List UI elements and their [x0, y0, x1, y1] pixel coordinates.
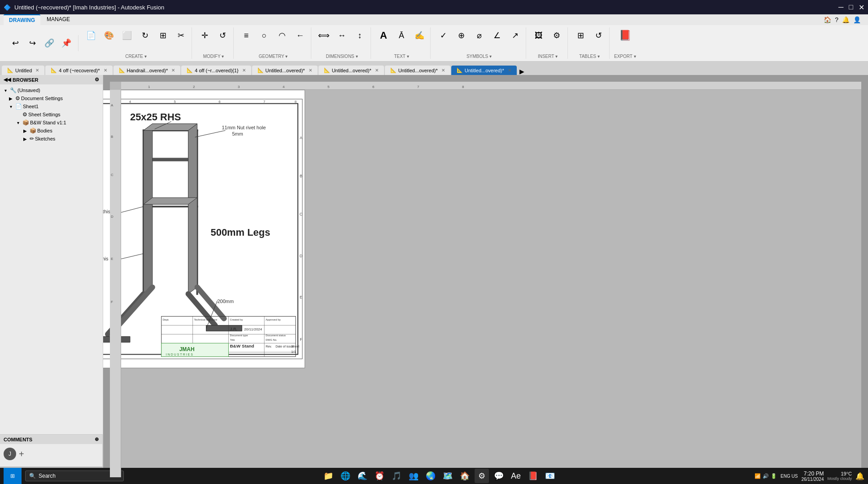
close-button[interactable]: ✕ — [859, 3, 864, 12]
doc-tab-close-6[interactable]: ✕ — [441, 68, 445, 73]
pinned-app-adobe[interactable]: Ae — [509, 469, 523, 483]
doc-tab-close-7[interactable]: ✕ — [508, 68, 511, 73]
pinned-app-chrome[interactable]: 🌏 — [423, 469, 438, 483]
sym-button4[interactable]: ∠ — [489, 27, 505, 44]
pinned-app-maps[interactable]: 🗺️ — [441, 469, 455, 483]
doc-tab-7[interactable]: 📐 Untitled...overed)* ✕ — [451, 66, 517, 75]
tree-expand-unsaved[interactable]: ▾ — [2, 88, 9, 93]
sym-button2[interactable]: ⊕ — [453, 27, 469, 44]
doc-tab-close-1[interactable]: ✕ — [104, 68, 107, 73]
pinned-app-spotify[interactable]: 🎵 — [389, 469, 404, 483]
doc-tab-0[interactable]: 📐 Untitled ✕ — [2, 66, 44, 75]
tab-scroll-right[interactable]: ▶ — [519, 68, 524, 75]
sym-button1[interactable]: ✓ — [435, 27, 451, 44]
language-indicator[interactable]: ENG US — [781, 474, 798, 479]
dim-button3[interactable]: ↕ — [352, 27, 368, 44]
notification-bell-icon[interactable]: 🔔 — [855, 472, 864, 480]
redo-button[interactable]: ↪ — [24, 35, 40, 51]
text-button2[interactable]: Ā — [393, 27, 410, 44]
modify-move-button[interactable]: ✛ — [196, 27, 213, 44]
geom-circle-button[interactable]: ○ — [256, 27, 272, 44]
dim-button1[interactable]: ⟺ — [316, 27, 332, 44]
pinned-app-house[interactable]: 🏠 — [458, 469, 472, 483]
search-bar[interactable]: 🔍 Search — [25, 471, 124, 481]
export-pdf-button[interactable]: 📕 — [617, 27, 633, 44]
tree-expand-sketches[interactable]: ▶ — [22, 136, 29, 141]
create-block-button[interactable]: ⬜ — [119, 27, 135, 44]
tree-item-sketches[interactable]: ▶ ✏ Sketches — [0, 135, 103, 143]
doc-tab-close-4[interactable]: ✕ — [309, 68, 312, 73]
pinned-app-fusion[interactable]: ⚙ — [475, 469, 489, 483]
sym-button3[interactable]: ⌀ — [471, 27, 487, 44]
help-icon[interactable]: ? — [835, 16, 838, 23]
pinned-app-teams2[interactable]: 💬 — [492, 469, 506, 483]
clock-widget[interactable]: 7:20 PM 26/11/2024 — [801, 471, 824, 482]
pinned-app-edge[interactable]: 🌐 — [338, 469, 353, 483]
user-icon[interactable]: 👤 — [853, 16, 861, 23]
text-button[interactable]: A — [375, 27, 392, 44]
text-button3[interactable]: ✍ — [411, 27, 427, 44]
minimize-button[interactable]: ─ — [838, 3, 843, 12]
tree-item-sheet1[interactable]: ▾ 📄 Sheet1 — [0, 102, 103, 110]
home-icon[interactable]: 🏠 — [824, 16, 831, 23]
browser-collapse-icon[interactable]: ◀◀ — [4, 77, 11, 83]
tree-item-doc-settings[interactable]: ▶ ⚙ Document Settings — [0, 94, 103, 102]
tab-manage[interactable]: MANAGE — [41, 14, 75, 25]
pinned-app-outlook[interactable]: 📧 — [543, 469, 557, 483]
start-button[interactable]: ⊞ — [4, 468, 22, 484]
create-style-button[interactable]: 🎨 — [101, 27, 117, 44]
create-tool6[interactable]: ✂ — [173, 27, 189, 44]
push-button[interactable]: 📌 — [58, 35, 74, 51]
link-button[interactable]: 🔗 — [41, 35, 57, 51]
insert-image-button[interactable]: 🖼 — [531, 27, 547, 44]
tree-expand-bodies[interactable]: ▶ — [22, 128, 29, 133]
pinned-app-teams[interactable]: 👥 — [406, 469, 421, 483]
doc-tab-close-2[interactable]: ✕ — [171, 68, 175, 73]
doc-tab-close-0[interactable]: ✕ — [35, 68, 39, 73]
tree-item-sheet-settings[interactable]: ⚙ Sheet Settings — [0, 110, 103, 119]
comments-add-icon[interactable]: ⊕ — [95, 436, 99, 442]
browser-settings-icon[interactable]: ⚙ — [95, 77, 99, 83]
geom-hatch-button[interactable]: ≡ — [238, 27, 254, 44]
tree-item-unsaved[interactable]: ▾ 🔧 (Unsaved) — [0, 86, 103, 94]
add-comment-button[interactable]: + — [19, 449, 24, 459]
create-rotate-button[interactable]: ↻ — [137, 27, 153, 44]
create-sketch-button[interactable]: 📄 — [83, 27, 99, 44]
table-refresh-button[interactable]: ↺ — [590, 27, 606, 44]
tree-expand-bw-stand[interactable]: ▾ — [14, 120, 22, 125]
pinned-app-pdf[interactable]: 📕 — [526, 469, 540, 483]
tree-expand-sheet1[interactable]: ▾ — [7, 104, 14, 109]
geom-arrow-button[interactable]: ← — [292, 27, 308, 44]
doc-tab-5[interactable]: 📐 Untitled...overed)* ✕ — [318, 66, 384, 75]
doc-tab-close-5[interactable]: ✕ — [375, 68, 379, 73]
modify-rotate-button[interactable]: ↺ — [214, 27, 231, 44]
canvas-area[interactable]: 1 2 3 4 5 6 7 8 A B C D E F — [103, 75, 868, 484]
maximize-button[interactable]: □ — [849, 3, 853, 12]
tree-expand-doc-settings[interactable]: ▶ — [7, 96, 14, 101]
browser-title: BROWSER — [13, 77, 38, 83]
tree-item-bodies[interactable]: ▶ 📦 Bodies — [0, 127, 103, 135]
tab-drawing[interactable]: DRAWING — [4, 14, 40, 25]
doc-tab-close-3[interactable]: ✕ — [242, 68, 246, 73]
insert-settings-button[interactable]: ⚙ — [549, 27, 565, 44]
doc-tab-4[interactable]: 📐 Untitled...overed)* ✕ — [252, 66, 318, 75]
doc-tab-3[interactable]: 📐 4 off (~r...overed){1} ✕ — [181, 66, 251, 75]
table-button[interactable]: ⊞ — [572, 27, 589, 44]
create-tool5[interactable]: ⊞ — [155, 27, 171, 44]
battery-icon[interactable]: 🔋 — [771, 473, 777, 479]
dim-button2[interactable]: ↔ — [334, 27, 350, 44]
doc-tab-6[interactable]: 📐 Untitled...overed)* ✕ — [385, 66, 450, 75]
network-icon[interactable]: 📶 — [755, 473, 761, 479]
pinned-app-file-explorer[interactable]: 📁 — [321, 469, 336, 483]
doc-tab-2[interactable]: 📐 Handrail...overed)* ✕ — [113, 66, 181, 75]
geom-arc-button[interactable]: ◠ — [274, 27, 290, 44]
weather-widget[interactable]: 19°C Mostly cloudy — [827, 471, 852, 481]
bell-icon[interactable]: 🔔 — [842, 16, 850, 23]
undo-button[interactable]: ↩ — [7, 35, 23, 51]
volume-icon[interactable]: 🔊 — [763, 473, 769, 479]
pinned-app-stream[interactable]: 🌊 — [355, 469, 370, 483]
sym-button5[interactable]: ↗ — [507, 27, 523, 44]
pinned-app-clock[interactable]: ⏰ — [372, 469, 387, 483]
tree-item-bw-stand[interactable]: ▾ 📦 B&W Stand v1:1 — [0, 119, 103, 127]
doc-tab-1[interactable]: 📐 4 off (~recovered)* ✕ — [45, 66, 112, 75]
